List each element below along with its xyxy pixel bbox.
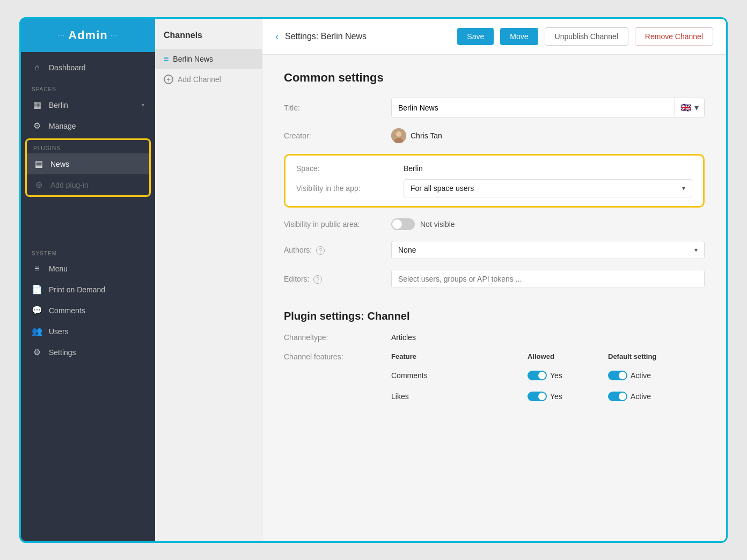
sidebar-item-menu[interactable]: ≡ Menu (21, 259, 155, 279)
comments-default-col: Active (608, 371, 705, 380)
space-value: Berlin (404, 164, 692, 173)
plugins-box: PLUGINS ▤ News ⊕ Add plug-in (25, 138, 151, 197)
add-channel-label: Add Channel (178, 75, 221, 84)
likes-allowed-col: Yes (528, 392, 608, 401)
title-input[interactable] (392, 99, 675, 116)
likes-default-col: Active (608, 392, 705, 401)
creator-value: Chris Tan (391, 128, 705, 143)
save-button[interactable]: Save (457, 28, 494, 45)
topbar: ‹ Settings: Berlin News Save Move Unpubl… (262, 19, 726, 55)
sidebar-item-settings[interactable]: ⚙ Settings (21, 342, 155, 363)
features-header: Feature Allowed Default setting (391, 352, 705, 360)
likes-default-toggle[interactable] (608, 392, 627, 401)
authors-select[interactable]: None All users Specific users (398, 246, 690, 254)
visibility-public-row: Visibility in public area: Not visible (284, 218, 705, 230)
sidebar-item-add-plugin[interactable]: ⊕ Add plug-in (27, 174, 149, 195)
visibility-public-text: Not visible (420, 220, 455, 229)
svg-point-1 (396, 131, 401, 137)
flag-button[interactable]: 🇬🇧 ▾ (675, 98, 704, 117)
authors-select-wrapper[interactable]: None All users Specific users ▾ (391, 241, 705, 259)
comments-default-toggle[interactable] (608, 371, 627, 380)
news-label: News (50, 160, 69, 168)
editors-label-text: Editors: (284, 275, 309, 283)
system-section-label: SYSTEM (21, 242, 155, 259)
print-on-demand-label: Print on Demand (49, 285, 105, 294)
dashboard-label: Dashboard (49, 63, 86, 72)
editors-input[interactable] (392, 270, 704, 288)
plugins-section-label: PLUGINS (27, 140, 149, 153)
channeltype-label: Channeltype: (284, 333, 380, 342)
move-button[interactable]: Move (500, 28, 538, 45)
comments-allowed-toggle[interactable] (528, 371, 547, 380)
title-input-wrapper: 🇬🇧 ▾ (391, 98, 705, 117)
sidebar-item-users[interactable]: 👥 Users (21, 321, 155, 342)
channel-features-label: Channel features: (284, 352, 380, 361)
visibility-app-row: Visibility in the app: For all space use… (296, 179, 692, 197)
channels-panel-title: Channels (155, 19, 262, 49)
menu-label: Menu (49, 264, 68, 273)
features-area: Feature Allowed Default setting Comments… (391, 352, 705, 407)
visibility-app-label: Visibility in the app: (296, 184, 393, 193)
authors-row: Authors: ? None All users Specific users… (284, 241, 705, 259)
add-channel-item[interactable]: + Add Channel (155, 69, 262, 90)
flag-icon: 🇬🇧 (680, 102, 691, 113)
comments-default-text: Active (631, 371, 651, 380)
visibility-app-select[interactable]: For all space users For admins only Hidd… (411, 184, 678, 193)
visibility-public-toggle[interactable] (391, 218, 415, 230)
comments-allowed-text: Yes (550, 371, 562, 380)
users-icon: 👥 (32, 326, 42, 336)
authors-caret-icon: ▾ (694, 246, 698, 254)
authors-help-icon[interactable]: ? (316, 246, 325, 255)
unpublish-button[interactable]: Unpublish Channel (545, 27, 628, 46)
space-label: Space: (296, 164, 393, 173)
visibility-public-label: Visibility in public area: (284, 220, 380, 229)
sidebar-item-dashboard[interactable]: ⌂ Dashboard (21, 57, 155, 78)
channel-features-row: Channel features: Feature Allowed Defaul… (284, 352, 705, 407)
channeltype-value: Articles (391, 333, 705, 342)
default-setting-col-header: Default setting (608, 352, 705, 360)
spaces-section-label: SPACES (21, 78, 155, 94)
sidebar-item-manage[interactable]: ⚙ Manage (21, 115, 155, 136)
flag-chevron-icon: ▾ (694, 102, 699, 113)
print-icon: 📄 (32, 284, 42, 294)
feature-row-likes: Likes Yes Active (391, 386, 705, 407)
creator-row: Creator: Chris Tan (284, 128, 705, 143)
creator-label: Creator: (284, 131, 380, 140)
sidebar-item-berlin[interactable]: ▦ Berlin ▾ (21, 94, 155, 115)
creator-avatar (391, 128, 406, 143)
home-icon: ⌂ (32, 63, 42, 72)
add-channel-icon: + (164, 75, 173, 84)
berlin-chevron-icon: ▾ (142, 102, 144, 108)
menu-icon: ≡ (32, 264, 42, 274)
add-plugin-icon: ⊕ (33, 180, 44, 190)
title-label: Title: (284, 104, 380, 112)
main-content: ‹ Settings: Berlin News Save Move Unpubl… (262, 19, 726, 541)
content-area: Common settings Title: 🇬🇧 ▾ Creator: (262, 55, 726, 541)
editors-help-icon[interactable]: ? (313, 275, 322, 284)
berlin-icon: ▦ (32, 100, 42, 110)
sidebar-item-print-on-demand[interactable]: 📄 Print on Demand (21, 279, 155, 300)
remove-channel-button[interactable]: Remove Channel (635, 27, 713, 46)
likes-allowed-toggle[interactable] (528, 392, 547, 401)
highlighted-settings-box: Space: Berlin Visibility in the app: For… (284, 154, 705, 208)
likes-default-text: Active (631, 392, 651, 401)
likes-allowed-text: Yes (550, 392, 562, 401)
comments-allowed-col: Yes (528, 371, 608, 380)
visibility-app-select-wrapper[interactable]: For all space users For admins only Hidd… (404, 179, 692, 197)
users-label: Users (49, 327, 69, 336)
title-row: Title: 🇬🇧 ▾ (284, 98, 705, 117)
sidebar-item-news[interactable]: ▤ News (27, 153, 149, 174)
editors-row: Editors: ? (284, 270, 705, 288)
back-button[interactable]: ‹ (275, 31, 279, 42)
admin-dots-right: ··· (111, 33, 118, 38)
editors-label: Editors: ? (284, 275, 380, 284)
berlin-news-channel-item[interactable]: ≡ Berlin News (155, 49, 262, 69)
channel-name: Berlin News (173, 55, 213, 63)
editors-input-wrapper (391, 270, 705, 288)
settings-icon: ⚙ (32, 347, 42, 357)
feature-col-header: Feature (391, 352, 528, 360)
admin-title: Admin (68, 28, 107, 42)
space-row: Space: Berlin (296, 164, 692, 173)
feature-row-comments: Comments Yes Active (391, 365, 705, 386)
sidebar-item-comments[interactable]: 💬 Comments (21, 300, 155, 321)
